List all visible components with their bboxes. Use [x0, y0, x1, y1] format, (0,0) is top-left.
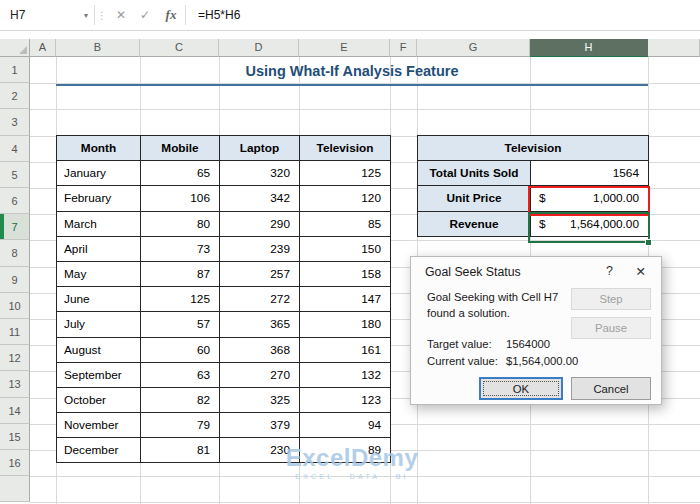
row-header-11[interactable]: 11: [0, 319, 30, 345]
column-header-E[interactable]: E: [299, 39, 390, 57]
cell-value[interactable]: 85: [300, 211, 391, 236]
row-header-5[interactable]: 5: [0, 162, 30, 188]
sales-header-cell[interactable]: Laptop: [220, 136, 300, 161]
column-header-G[interactable]: G: [417, 39, 530, 57]
column-header-H[interactable]: H: [530, 39, 648, 57]
cell-month[interactable]: February: [57, 186, 141, 211]
cell-value[interactable]: 65: [141, 161, 220, 186]
cell-month[interactable]: January: [57, 161, 141, 186]
cell-month[interactable]: May: [57, 261, 141, 286]
column-header-D[interactable]: D: [219, 39, 299, 57]
row-header-16[interactable]: 16: [0, 450, 30, 476]
cell-value[interactable]: 89: [300, 438, 391, 463]
ok-button[interactable]: OK: [479, 377, 563, 400]
cell-value[interactable]: 379: [220, 413, 300, 438]
row-header-3[interactable]: 3: [0, 109, 30, 135]
cell-value[interactable]: 73: [141, 236, 220, 261]
row-header-12[interactable]: 12: [0, 345, 30, 371]
cell-value[interactable]: 368: [220, 337, 300, 362]
cell-value[interactable]: 325: [220, 387, 300, 412]
row-headers: 12345678910111213141516: [0, 57, 30, 504]
cell-month[interactable]: December: [57, 438, 141, 463]
summary-title-cell[interactable]: Television: [418, 136, 649, 161]
cell-value[interactable]: 94: [300, 413, 391, 438]
cell-value[interactable]: 342: [220, 186, 300, 211]
sales-header-cell[interactable]: Television: [300, 136, 391, 161]
row-header-10[interactable]: 10: [0, 293, 30, 319]
cell-value[interactable]: 63: [141, 362, 220, 387]
cell-month[interactable]: September: [57, 362, 141, 387]
cell-value[interactable]: 82: [141, 387, 220, 412]
step-button[interactable]: Step: [571, 288, 651, 310]
row-header-9[interactable]: 9: [0, 267, 30, 293]
row-header-14[interactable]: 14: [0, 398, 30, 424]
cell-value[interactable]: 79: [141, 413, 220, 438]
summary-label-cell[interactable]: Unit Price: [418, 186, 531, 211]
cell-value[interactable]: 87: [141, 261, 220, 286]
cell-month[interactable]: June: [57, 287, 141, 312]
column-header-A[interactable]: A: [30, 39, 56, 57]
cell-month[interactable]: November: [57, 413, 141, 438]
fill-handle[interactable]: [645, 239, 652, 246]
cell-value[interactable]: 81: [141, 438, 220, 463]
sales-header-cell[interactable]: Month: [57, 136, 141, 161]
cell-value[interactable]: 150: [300, 236, 391, 261]
cell-month[interactable]: April: [57, 236, 141, 261]
cancel-icon[interactable]: ✕: [109, 8, 133, 22]
cell-value[interactable]: 57: [141, 312, 220, 337]
row-header-6[interactable]: 6: [0, 188, 30, 214]
excel-window: H7 ▾ ⋮ ✕ ✓ fx =H5*H6 ABCDEFGH 1234567891…: [0, 0, 700, 504]
formula-input[interactable]: =H5*H6: [186, 8, 700, 22]
cell-value[interactable]: 123: [300, 387, 391, 412]
row-header-7[interactable]: 7: [0, 214, 30, 240]
cell-month[interactable]: July: [57, 312, 141, 337]
sales-row: September63270132: [57, 362, 391, 387]
row-header-8[interactable]: 8: [0, 240, 30, 266]
cell-value[interactable]: 60: [141, 337, 220, 362]
cell-value[interactable]: 365: [220, 312, 300, 337]
name-box-dropdown-icon[interactable]: ▾: [84, 11, 88, 20]
cell-value[interactable]: 161: [300, 337, 391, 362]
summary-label-cell[interactable]: Total Units Sold: [418, 161, 531, 186]
column-header-B[interactable]: B: [56, 39, 140, 57]
insert-function-icon[interactable]: fx: [157, 7, 185, 23]
cell-month[interactable]: August: [57, 337, 141, 362]
cell-value[interactable]: 290: [220, 211, 300, 236]
cell-value[interactable]: 132: [300, 362, 391, 387]
summary-value-cell[interactable]: 1564: [531, 161, 649, 186]
row-header-13[interactable]: 13: [0, 371, 30, 397]
cell-value[interactable]: 80: [141, 211, 220, 236]
cell-value[interactable]: 158: [300, 261, 391, 286]
cell-value[interactable]: 120: [300, 186, 391, 211]
row-header-4[interactable]: 4: [0, 136, 30, 162]
row-header-15[interactable]: 15: [0, 424, 30, 450]
cell-value[interactable]: 125: [300, 161, 391, 186]
column-header-F[interactable]: F: [390, 39, 417, 57]
row-header-2[interactable]: 2: [0, 83, 30, 109]
row-header-extra[interactable]: [0, 476, 30, 502]
name-box[interactable]: H7 ▾: [0, 0, 94, 30]
cell-value[interactable]: 147: [300, 287, 391, 312]
help-icon[interactable]: ?: [606, 264, 613, 278]
summary-label-cell[interactable]: Revenue: [418, 211, 531, 236]
column-header-C[interactable]: C: [140, 39, 219, 57]
column-header-extra[interactable]: [648, 39, 700, 57]
cell-value[interactable]: 272: [220, 287, 300, 312]
sales-header-cell[interactable]: Mobile: [141, 136, 220, 161]
worksheet-title[interactable]: Using What-If Analysis Feature: [56, 58, 648, 86]
pause-button[interactable]: Pause: [571, 317, 651, 339]
row-header-1[interactable]: 1: [0, 57, 30, 83]
enter-icon[interactable]: ✓: [133, 8, 157, 22]
cell-value[interactable]: 239: [220, 236, 300, 261]
cell-month[interactable]: March: [57, 211, 141, 236]
cancel-button[interactable]: Cancel: [571, 377, 651, 400]
close-icon[interactable]: ✕: [636, 264, 646, 279]
cell-value[interactable]: 257: [220, 261, 300, 286]
cell-value[interactable]: 230: [220, 438, 300, 463]
cell-value[interactable]: 320: [220, 161, 300, 186]
cell-month[interactable]: October: [57, 387, 141, 412]
cell-value[interactable]: 106: [141, 186, 220, 211]
cell-value[interactable]: 180: [300, 312, 391, 337]
cell-value[interactable]: 125: [141, 287, 220, 312]
cell-value[interactable]: 270: [220, 362, 300, 387]
